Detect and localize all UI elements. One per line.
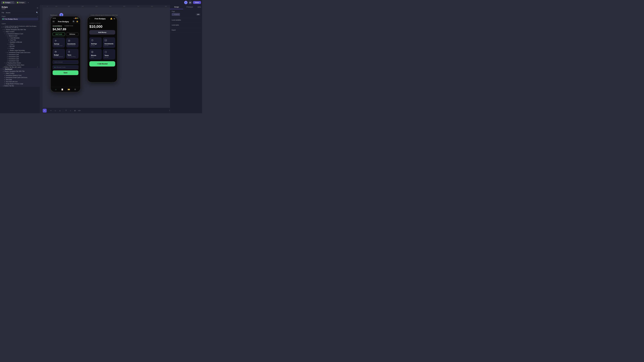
search-icon[interactable]: 🔍 [36, 12, 38, 14]
savings-card[interactable]: Savings Emergency Fund [52, 38, 65, 48]
search-nav-icon[interactable]: 🔍 [72, 20, 75, 23]
select-tool[interactable]: ↖ [43, 109, 47, 112]
budget-card[interactable]: Budget Monthly Expenses [52, 49, 65, 59]
investments-card[interactable]: Investments Stocks & Bonds [66, 38, 78, 48]
design-tab[interactable]: Design [170, 5, 183, 9]
layer-dashboard-investment-balance[interactable]: ⊞ Investment Balance Card [0, 74, 40, 76]
bell-nav-icon[interactable]: 🔔 [76, 20, 78, 23]
opacity-value: 100 [197, 6, 200, 8]
phone-mockup-1: 12:34 ▲ 📶 🔋 Free Budgey [50, 16, 81, 92]
layer-dashboard-main-content[interactable]: ▼ ⊞ Main Content [0, 72, 40, 74]
export-label[interactable]: Export [172, 29, 176, 31]
pages-title: Pages [2, 16, 6, 17]
back-button[interactable]: ‹ [90, 18, 90, 20]
local-styles-row: Local styles [172, 24, 200, 26]
layer-investment-balance[interactable]: ▼ ⊞ Investment Balance Card [0, 33, 40, 35]
phone-mockup-2: ‹ Free Budgey 🔔 ⚙ Available to Allocate … [87, 16, 118, 82]
allocate-funds-input[interactable]: ⚙ Allocate Funds [52, 65, 78, 69]
balance-tab-available[interactable]: Available Funds [64, 25, 73, 27]
layer-dashboard-single-button[interactable]: ⊞ Single Button Primary Large [0, 83, 40, 85]
file-menu[interactable]: File [2, 12, 4, 14]
layer-card-title[interactable]: ⊞ Card Title [0, 39, 40, 41]
hamburger-menu[interactable] [52, 21, 54, 22]
phone1-nav-title: Free Budgey [58, 20, 69, 22]
layer-available-to-allocate[interactable]: T Available to Allocate [0, 41, 40, 43]
tab-budgey-2[interactable]: 🟢 Budgey [15, 1, 26, 4]
assets-menu[interactable]: Assets [6, 12, 10, 14]
play-button[interactable]: ▶ [188, 1, 192, 4]
taxes-allocation-card[interactable]: Taxes $1,000 [103, 49, 115, 60]
color-hex: 3C3C3C [174, 14, 179, 15]
comment-tool[interactable]: ⊕ [73, 109, 77, 112]
ellipse-tool[interactable]: ○ [68, 109, 72, 112]
prototype-tab[interactable]: Prototype [183, 5, 196, 9]
opacity-field[interactable]: 100 [196, 14, 200, 16]
local-variables-section: Local variables [170, 18, 202, 23]
layer-dashboard-section[interactable]: ▼ ⊞ Dashboard [0, 68, 40, 70]
taxes-card[interactable]: Taxes Yearly Tax Filing [66, 49, 78, 59]
add-bucket-button[interactable]: + Add Bucket [90, 61, 115, 66]
bell-icon[interactable]: 🔔 [110, 18, 112, 20]
tab-add-button[interactable]: + [27, 1, 30, 4]
ruler-horizontal: 0 100 200 300 400 500 600 700 800 900 [40, 5, 170, 8]
layer-dashboard-text-field-icon[interactable]: ⊞ Text Field with Icon [0, 81, 40, 83]
withdraw-button[interactable]: Withdraw [66, 32, 78, 36]
help-icon[interactable]: ? [169, 110, 170, 112]
layer-10000[interactable]: T $10,000 [0, 45, 40, 47]
list-tab[interactable]: 📋 [61, 88, 64, 91]
layer-investment-small-cards[interactable]: ▼ ⊞ Investment Small Cards Grid Icons [0, 52, 40, 54]
investments-allocation-card[interactable]: Investments $1,500 [103, 37, 115, 48]
share-button[interactable]: Share [193, 1, 201, 4]
page-color-swatch[interactable]: 3C3C3C [172, 13, 180, 16]
tab-budgey-1[interactable]: 🟢 Budgey ✕ [1, 1, 14, 4]
add-money-button[interactable]: Add Money [90, 30, 115, 34]
add-page-button[interactable]: + [37, 16, 38, 18]
top-bar-right: 👤 ▶ Share [184, 1, 201, 4]
code-tool[interactable]: </> [78, 109, 81, 112]
savings-allocation-card[interactable]: Savings $2,000 [90, 37, 102, 48]
savings-icon [54, 39, 57, 42]
sidebar-expand-icon[interactable]: ⊞ [37, 7, 38, 9]
layer-main-content[interactable]: ▼ ⊞ Main Content [0, 31, 40, 33]
add-bucket-input[interactable]: Add a Bucket [52, 60, 78, 64]
bitcoin-allocation-card[interactable]: Bitcoin $500 [90, 49, 102, 60]
tab-close-1[interactable]: ✕ [11, 2, 13, 3]
layer-investment-card-1[interactable]: ⊞ Investment Card [0, 54, 40, 56]
layer-investment-card-2[interactable]: ⊞ Investment Card [0, 56, 40, 58]
layer-floating-action-atom[interactable]: ⊞ Floating Action Button Atom [0, 64, 40, 66]
text-tool[interactable]: T [64, 109, 68, 112]
save-button[interactable]: Save [52, 70, 78, 75]
layer-dashboard-text-field[interactable]: ⊞ Text Field [0, 78, 40, 81]
layer-balance-card[interactable]: ▼ ⊞ Balance Card [0, 35, 40, 37]
layer-frame[interactable]: ▼ ⊞ Frame [0, 47, 40, 50]
layer-dashboard-bottom-tab[interactable]: ⊞ Bottom Tab Bar [0, 85, 40, 87]
shape-tool[interactable]: □ [54, 109, 57, 112]
settings-icon[interactable]: ⚙ [114, 18, 115, 20]
local-styles-label[interactable]: Local styles [172, 24, 179, 26]
toolbar-divider-1 [48, 110, 48, 112]
layer-row2[interactable]: ▼ ⊞ Row 2 [0, 43, 40, 45]
layer-investment-card-4[interactable]: ⊞ Investment Card [0, 60, 40, 62]
card-tab[interactable]: 💳 [67, 88, 70, 91]
layers-section: Layers ▶ ☰ Create a financial app for fr… [0, 22, 40, 113]
home-tab[interactable]: ⌂ [54, 88, 57, 91]
frame-tool[interactable]: + [49, 109, 53, 112]
layer-investment-card-3[interactable]: ⊞ Investment Card [0, 58, 40, 60]
add-funds-button[interactable]: Add Funds [52, 32, 65, 36]
local-variables-label[interactable]: Local variables [172, 19, 181, 21]
layer-header-nav[interactable]: ▶ ⊞ Header Navigation Bar With Title [0, 28, 40, 31]
layer-dashboard-header-nav[interactable]: ⊞ Header Navigation Bar With Title [0, 70, 40, 72]
layer-item[interactable]: ▶ ☰ Create a financial app for freelance… [0, 25, 40, 28]
page-item-free-budgey[interactable]: Free Budgey Buzzy [2, 18, 38, 20]
settings-tab[interactable]: ⚙ [74, 88, 76, 91]
diamond-tool[interactable]: ◇ [58, 109, 62, 112]
layer-btn-large-secondary[interactable]: ⊞ Button Large Secondary [0, 50, 40, 52]
export-row: Export [172, 29, 200, 31]
taxes-sub: Yearly Tax Filing [68, 56, 77, 57]
layer-dashboard-investment-small[interactable]: ⊞ Investment Small Cards Grid Icons [0, 76, 40, 78]
layer-bottom-tab-bar[interactable]: ⊞ Bottom Tab Bar with Labels 👁 [0, 66, 40, 68]
layer-card-metadata[interactable]: ▼ ⊞ Card Metadata [0, 37, 40, 39]
balance-tab-account[interactable]: Account Balance [52, 25, 62, 27]
layer-floating-action[interactable]: ▼ ⊞ Floating Action Button [0, 62, 40, 64]
balance-section: Account Balance Available Funds $4,567.8… [52, 25, 78, 31]
